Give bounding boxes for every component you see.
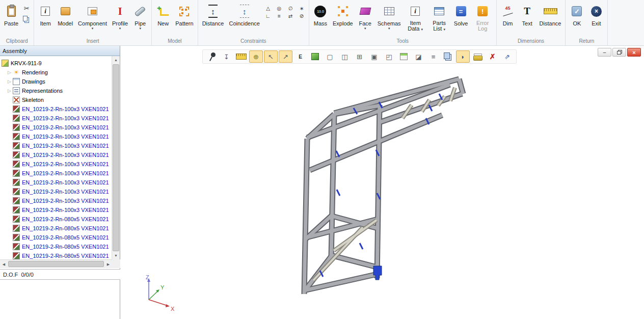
tree-item[interactable]: EN_10219-2-Rn-080x5 VXEN1021 <box>0 215 112 224</box>
dimensions-group-label: Dimensions <box>498 38 564 45</box>
surface-shade-icon[interactable]: ◗ <box>456 50 470 63</box>
paste-button[interactable]: Paste <box>2 1 21 35</box>
scroll-left-arrow[interactable]: ◀ <box>0 260 8 268</box>
item-button[interactable]: i Item <box>36 1 55 35</box>
tree-item[interactable]: EN_10219-2-Rn-100x3 VXEN1021 <box>0 178 112 187</box>
snap-point-icon[interactable]: ⊕ <box>249 50 263 63</box>
tree-item[interactable]: EN_10219-2-Rn-080x5 VXEN1021 <box>0 224 112 233</box>
print-icon[interactable] <box>471 50 485 63</box>
tree-vertical-scrollbar[interactable]: ▲ ▼ <box>112 56 120 259</box>
parallel-constraint-icon[interactable]: ≡ <box>274 12 285 20</box>
model-button[interactable]: Model <box>55 1 75 35</box>
scroll-right-arrow[interactable]: ▶ <box>104 260 112 268</box>
dim-button[interactable]: 45 Dim <box>498 1 518 35</box>
tree-item[interactable]: EN_10219-2-Rn-100x3 VXEN1021 <box>0 150 112 160</box>
tree-item[interactable]: KRVX-911-9 <box>0 59 112 68</box>
exit-button[interactable]: × Exit <box>586 1 606 35</box>
tree-item[interactable]: ▷ Drawings <box>0 77 112 86</box>
tree-item[interactable]: EN_10219-2-Rn-100x3 VXEN1021 <box>0 123 112 132</box>
copy-stack-icon[interactable] <box>441 50 455 63</box>
assembly-panel: Assembly KRVX-911-9 ▷ Rendering ▷ Drawin… <box>0 46 120 319</box>
tree-item[interactable]: ▷ Rendering <box>0 68 112 77</box>
item-data-button[interactable]: i Item Data ▾ <box>404 1 427 35</box>
solid-edges-view-icon[interactable]: ▣ <box>367 50 381 63</box>
restore-button[interactable] <box>612 48 626 57</box>
export-view-icon[interactable]: ⇗ <box>500 50 514 63</box>
horizontal-scroll-thumb[interactable] <box>8 261 104 267</box>
pick-element-icon[interactable]: E <box>293 50 307 63</box>
pattern-button[interactable]: Pattern <box>173 1 196 35</box>
quarter-view-icon[interactable]: ◰ <box>382 50 396 63</box>
tangent-constraint-icon[interactable]: ∅ <box>285 5 296 12</box>
part-icon <box>13 197 20 204</box>
return-group-label: Return <box>567 38 606 45</box>
tree-item[interactable]: EN_10219-2-Rn-080x5 VXEN1021 <box>0 251 112 259</box>
copy-button[interactable] <box>21 14 32 25</box>
distance-constraint-button[interactable]: ↕ Distance <box>200 1 227 35</box>
tree-item[interactable]: EN_10219-2-Rn-100x3 VXEN1021 <box>0 160 112 169</box>
new-button[interactable]: + New <box>153 1 173 35</box>
distance-dim-button[interactable]: Distance <box>537 1 564 35</box>
cut-button[interactable]: ✂ <box>21 3 32 14</box>
pipe-button[interactable]: Pipe ▾ <box>130 1 150 35</box>
measure-from-icon[interactable]: ↧ <box>220 50 233 63</box>
snap-cursor-icon[interactable]: ↖ <box>264 50 278 63</box>
close-button[interactable]: × <box>627 48 641 57</box>
explode-button[interactable]: Explode <box>330 1 356 35</box>
tree-item-label: EN_10219-2-Rn-100x3 VXEN1021 <box>22 198 109 204</box>
3d-viewport[interactable]: ↧ ⊕ ↖ ↗ E <box>121 46 644 319</box>
ruler-icon[interactable] <box>234 50 248 63</box>
shaded-view-icon[interactable] <box>308 50 322 63</box>
mass-button[interactable]: 10.0 Mass <box>311 1 330 35</box>
text-button[interactable]: T Text <box>518 1 537 35</box>
pin-icon[interactable] <box>205 50 219 63</box>
part-icon <box>13 170 20 177</box>
tree-item[interactable]: EN_10219-2-Rn-100x3 VXEN1021 <box>0 132 112 141</box>
tree-item[interactable]: ▷ Representations <box>0 86 112 95</box>
expand-arrow-icon[interactable]: ▷ <box>6 88 13 93</box>
tree-item[interactable]: EN_10219-2-Rn-100x3 VXEN1021 <box>0 187 112 196</box>
hidden-line-view-icon[interactable]: ◫ <box>338 50 352 63</box>
wire-shaded-view-icon[interactable]: ⊞ <box>353 50 366 63</box>
equal-constraint-icon[interactable]: ⇄ <box>285 12 296 20</box>
snap-angle-icon[interactable]: ↗ <box>279 50 292 63</box>
scroll-up-arrow[interactable]: ▲ <box>112 56 120 64</box>
expand-arrow-icon[interactable]: ▷ <box>6 79 13 84</box>
wireframe-view-icon[interactable]: ▢ <box>323 50 337 63</box>
steel-frame-model[interactable] <box>121 46 644 319</box>
scroll-down-arrow[interactable]: ▼ <box>112 252 120 259</box>
tree-item[interactable]: Skeleton <box>0 95 112 104</box>
angle-constraint-icon[interactable]: △ <box>262 5 274 12</box>
tree-item[interactable]: EN_10219-2-Rn-100x3 VXEN1021 <box>0 205 112 215</box>
tree-item[interactable]: EN_10219-2-Rn-080x5 VXEN1021 <box>0 242 112 251</box>
vertical-scroll-thumb[interactable] <box>113 64 119 251</box>
ok-button[interactable]: ✓ OK <box>567 1 586 35</box>
tree-item[interactable]: EN_10219-2-Rn-100x3 VXEN1021 <box>0 104 112 114</box>
tree-horizontal-scrollbar[interactable]: ◀ ▶ <box>0 259 112 268</box>
schemas-button[interactable]: Schemas ▾ <box>375 1 404 35</box>
profile-button[interactable]: I Profile ▾ <box>110 1 130 35</box>
tree-item[interactable]: EN_10219-2-Rn-100x3 VXEN1021 <box>0 114 112 123</box>
symmetry-constraint-icon[interactable]: ∗ <box>296 5 307 12</box>
error-log-button[interactable]: ! Error Log <box>471 1 495 35</box>
perpendicular-constraint-icon[interactable]: ∟ <box>262 12 274 20</box>
clip-plane-icon[interactable]: ◪ <box>412 50 425 63</box>
lock-constraint-icon[interactable]: ⊘ <box>296 12 307 20</box>
section-view-icon[interactable] <box>397 50 411 63</box>
expand-arrow-icon[interactable]: ▷ <box>6 70 13 75</box>
list-icon[interactable]: ≡ <box>426 50 440 63</box>
tree-item[interactable]: EN_10219-2-Rn-100x3 VXEN1021 <box>0 169 112 178</box>
component-button[interactable]: Component ▾ <box>75 1 110 35</box>
tree-item[interactable]: EN_10219-2-Rn-080x5 VXEN1021 <box>0 233 112 242</box>
parts-list-button[interactable]: Parts List ▾ <box>427 1 451 35</box>
tree-item[interactable]: EN_10219-2-Rn-100x3 VXEN1021 <box>0 141 112 150</box>
coincidence-constraint-icon: ↕ <box>240 5 249 18</box>
tree-item[interactable]: EN_10219-2-Rn-100x3 VXEN1021 <box>0 196 112 205</box>
concentric-constraint-icon[interactable]: ◎ <box>274 5 285 12</box>
cut-icon: ✂ <box>24 5 30 12</box>
coincidence-constraint-button[interactable]: ↕ Coincidence <box>226 1 262 35</box>
delete-red-icon[interactable]: ✗ <box>486 50 499 63</box>
face-button[interactable]: Face ▾ <box>356 1 375 35</box>
minimize-button[interactable]: – <box>598 48 611 57</box>
solve-button[interactable]: = Solve <box>451 1 471 35</box>
